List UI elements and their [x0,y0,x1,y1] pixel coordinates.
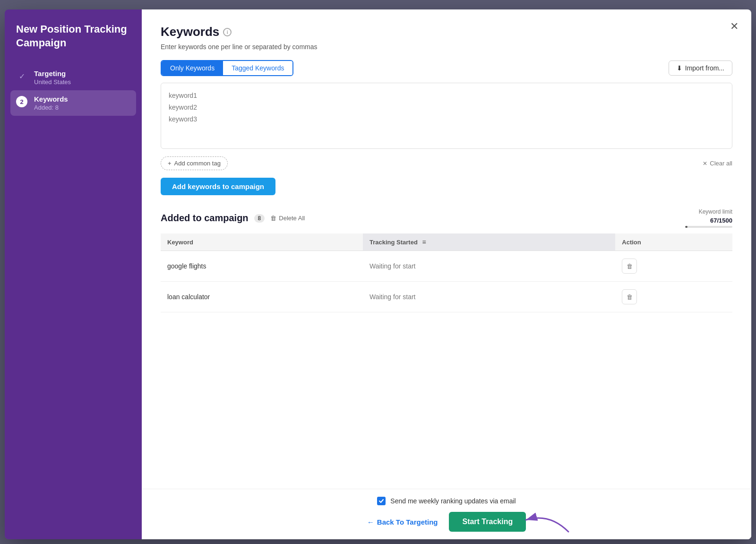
tab-tagged-keywords[interactable]: Tagged Keywords [223,61,292,75]
action-cell: 🗑 [615,251,732,282]
close-button[interactable]: ✕ [727,19,742,34]
col-action: Action [615,233,732,251]
x-icon: ✕ [703,160,707,167]
plus-icon: + [168,160,172,167]
status-cell: Waiting for start [363,251,615,282]
arrow-annotation [521,503,578,536]
add-keywords-button[interactable]: Add keywords to campaign [161,178,275,195]
table-row: loan calculator Waiting for start 🗑 [161,282,732,312]
table-row: google flights Waiting for start 🗑 [161,251,732,282]
tab-only-keywords[interactable]: Only Keywords [162,61,223,75]
delete-all-button[interactable]: 🗑 Delete All [270,215,305,222]
modal-footer: Send me weekly ranking updates via email… [142,489,751,539]
arrow-left-icon: ← [367,518,374,526]
tabs-row: Only Keywords Tagged Keywords ⬇ Import f… [161,60,732,76]
delete-row-button[interactable]: 🗑 [622,259,637,274]
section-subtitle: Enter keywords one per line or separated… [161,43,732,51]
trash-row-icon: 🗑 [627,263,633,270]
keyword-cell: loan calculator [161,282,363,312]
trash-row-icon: 🗑 [627,294,633,301]
tag-row: + Add common tag ✕ Clear all [161,156,732,170]
modal-wrapper: New Position Tracking Campaign ✓ Targeti… [5,9,751,539]
info-icon[interactable]: i [223,28,232,36]
action-cell: 🗑 [615,282,732,312]
keyword-limit-section: Keyword limit 67/1500 [685,208,732,228]
keyword-tab-group: Only Keywords Tagged Keywords [161,60,293,76]
start-tracking-wrapper: Start Tracking [449,512,526,532]
checkbox-row: Send me weekly ranking updates via email [161,497,732,505]
added-count-badge: 8 [254,214,265,223]
step-keywords-content: Keywords Added: 8 [34,95,130,111]
step-targeting-sublabel: United States [34,78,130,86]
step-number-icon: 2 [16,96,27,107]
back-to-targeting-button[interactable]: ← Back To Targeting [367,518,438,526]
trash-icon: 🗑 [270,215,276,222]
add-common-tag-button[interactable]: + Add common tag [161,156,228,170]
sidebar-step-keywords[interactable]: 2 Keywords Added: 8 [10,90,136,116]
step-targeting-label: Targeting [34,69,130,78]
import-button[interactable]: ⬇ Import from... [669,60,732,76]
sidebar-title: New Position Tracking Campaign [16,23,130,50]
sidebar: New Position Tracking Campaign ✓ Targeti… [5,9,142,539]
footer-actions: ← Back To Targeting Start Tracking [161,512,732,532]
status-cell: Waiting for start [363,282,615,312]
keywords-table: Keyword Tracking Started ≡ Action google… [161,233,732,312]
checkbox-label: Send me weekly ranking updates via email [390,497,515,505]
content-area: Keywords i Enter keywords one per line o… [142,9,751,489]
col-keyword: Keyword [161,233,363,251]
clear-all-label: Clear all [710,160,732,167]
start-tracking-button[interactable]: Start Tracking [449,512,526,532]
added-section-header: Added to campaign 8 🗑 Delete All Keyword… [161,208,732,228]
keyword-cell: google flights [161,251,363,282]
step-keywords-sublabel: Added: 8 [34,104,130,111]
clear-all-button[interactable]: ✕ Clear all [703,160,732,167]
keywords-textarea[interactable] [161,83,732,149]
limit-bar [685,226,732,228]
step-keywords-label: Keywords [34,95,130,103]
email-updates-checkbox[interactable] [377,497,386,505]
step-targeting-content: Targeting United States [34,69,130,86]
step-check-icon: ✓ [16,70,27,82]
main-content: ✕ Keywords i Enter keywords one per line… [142,9,751,539]
limit-bar-fill [685,226,687,228]
sort-icon: ≡ [422,238,426,246]
col-tracking-started[interactable]: Tracking Started ≡ [363,233,615,251]
add-tag-label: Add common tag [174,160,221,167]
added-title: Added to campaign [161,213,249,224]
section-title: Keywords i [161,25,732,39]
sidebar-step-targeting[interactable]: ✓ Targeting United States [16,65,130,90]
import-icon: ⬇ [677,64,682,72]
delete-row-button[interactable]: 🗑 [622,289,637,304]
